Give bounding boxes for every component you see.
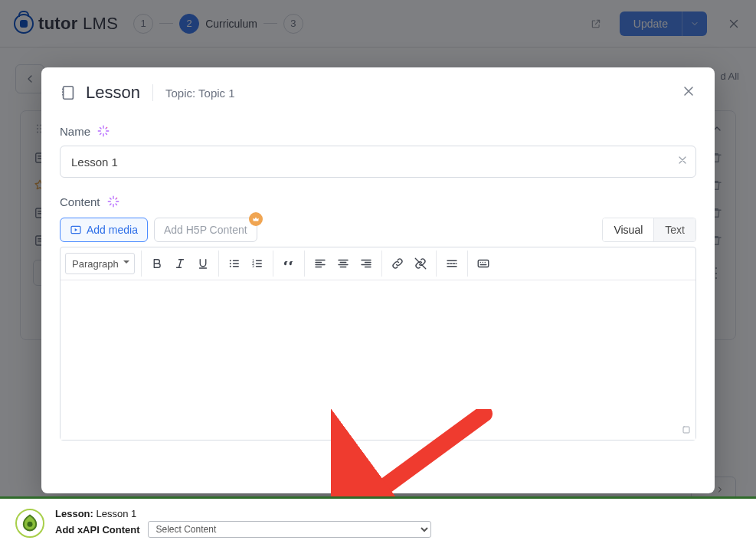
divider <box>152 84 153 101</box>
close-icon <box>676 154 689 166</box>
name-input-wrap <box>60 146 696 178</box>
align-center-icon <box>336 257 350 270</box>
link-icon <box>391 257 404 270</box>
content-buttons-row: Add media Add H5P Content Visual Text <box>60 218 696 242</box>
resize-handle-icon[interactable] <box>682 425 691 437</box>
svg-rect-19 <box>478 260 489 267</box>
read-more-icon <box>445 257 459 270</box>
numbered-list-icon: 123 <box>250 257 264 270</box>
quote-icon <box>282 257 296 270</box>
modal-header: Lesson Topic: Topic 1 <box>41 67 715 113</box>
premium-badge-icon <box>249 212 263 226</box>
bullet-list-icon <box>227 257 241 270</box>
add-media-button[interactable]: Add media <box>60 218 148 242</box>
italic-icon <box>173 257 187 270</box>
modal-subtitle: Topic: Topic 1 <box>165 87 235 100</box>
align-center-button[interactable] <box>332 253 354 274</box>
content-label: Content <box>60 195 100 208</box>
lesson-line: Lesson: Lesson 1 <box>55 508 431 519</box>
toolbar-toggle-button[interactable] <box>473 253 494 274</box>
align-left-button[interactable] <box>309 253 331 274</box>
lesson-key: Lesson: <box>55 508 93 519</box>
modal-body: Name Content Add media Add H5P Content <box>41 113 715 493</box>
svg-point-22 <box>28 521 33 526</box>
name-label: Name <box>60 125 90 138</box>
editor-mode-tabs: Visual Text <box>602 218 696 242</box>
name-input[interactable] <box>60 146 696 178</box>
svg-rect-9 <box>64 87 74 100</box>
read-more-button[interactable] <box>441 253 463 274</box>
unlink-button[interactable] <box>410 253 431 274</box>
italic-button[interactable] <box>169 253 191 274</box>
add-h5p-label: Add H5P Content <box>164 224 247 236</box>
svg-point-14 <box>230 263 231 264</box>
xapi-content-select[interactable]: Select Content <box>148 521 431 538</box>
sparkle-icon[interactable] <box>97 124 110 138</box>
svg-rect-20 <box>683 427 689 433</box>
lesson-icon <box>60 84 77 101</box>
svg-point-10 <box>106 127 108 129</box>
bold-button[interactable] <box>146 253 168 274</box>
xapi-bottom-bar: Lesson: Lesson 1 Add xAPI Content Select… <box>0 496 756 547</box>
underline-icon <box>196 257 210 270</box>
svg-point-13 <box>230 260 231 261</box>
bold-icon <box>150 257 164 270</box>
crown-icon <box>252 215 260 223</box>
bullet-list-button[interactable] <box>224 253 245 274</box>
svg-text:3: 3 <box>252 264 254 268</box>
xapi-label: Add xAPI Content <box>55 524 140 536</box>
align-right-icon <box>359 257 373 270</box>
modal-close-button[interactable] <box>681 84 696 102</box>
align-left-icon <box>313 257 327 270</box>
lesson-modal: Lesson Topic: Topic 1 Name Content Add m… <box>41 67 715 493</box>
editor-content-area[interactable] <box>61 280 695 440</box>
blockquote-button[interactable] <box>278 253 299 274</box>
close-icon <box>681 84 696 99</box>
underline-button[interactable] <box>192 253 214 274</box>
tab-text[interactable]: Text <box>653 218 695 241</box>
content-label-row: Content <box>60 195 696 208</box>
rich-text-editor: Paragraph 123 <box>60 247 696 441</box>
link-button[interactable] <box>387 253 408 274</box>
format-select[interactable]: Paragraph <box>65 253 135 274</box>
align-right-button[interactable] <box>355 253 377 274</box>
keyboard-icon <box>476 257 490 270</box>
media-icon <box>70 224 82 236</box>
svg-point-11 <box>116 198 117 199</box>
sparkle-icon[interactable] <box>106 195 120 208</box>
clear-name-button[interactable] <box>676 154 689 169</box>
grassblade-logo-icon <box>15 509 44 538</box>
add-h5p-button[interactable]: Add H5P Content <box>154 218 257 242</box>
add-media-label: Add media <box>87 224 138 236</box>
lesson-value: Lesson 1 <box>96 508 136 519</box>
editor-toolbar: Paragraph 123 <box>61 247 695 280</box>
numbered-list-button[interactable]: 123 <box>247 253 268 274</box>
name-label-row: Name <box>60 124 696 138</box>
tab-visual[interactable]: Visual <box>603 218 653 241</box>
svg-point-15 <box>230 266 231 267</box>
modal-title: Lesson <box>86 83 140 103</box>
unlink-icon <box>414 257 427 270</box>
xapi-line: Add xAPI Content Select Content <box>55 521 431 538</box>
bottom-bar-text: Lesson: Lesson 1 Add xAPI Content Select… <box>55 508 431 538</box>
format-select-wrap: Paragraph <box>65 253 135 274</box>
